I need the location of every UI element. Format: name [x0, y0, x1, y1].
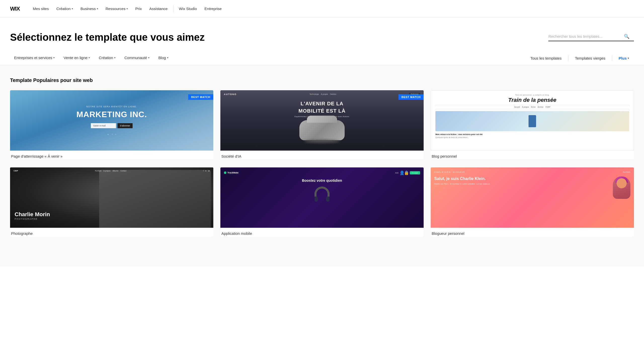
use-template-button[interactable]: Utiliser ce template	[525, 116, 564, 125]
search-input[interactable]	[548, 34, 624, 38]
section-title: Template Populaires pour site web	[10, 77, 634, 83]
template-thumbnail: CHARLIE KLEIN | BLOGUEUR ALIOME Salut, j…	[431, 167, 634, 228]
navbar: WIX Mes sites Création ▾ Business ▾ Ress…	[0, 0, 644, 18]
chevron-down-icon: ▾	[628, 57, 629, 60]
nav-separator	[173, 5, 173, 13]
nav-entreprise[interactable]: Entreprise	[202, 5, 225, 13]
preview-button[interactable]: Aperçu	[501, 116, 521, 125]
nav-ressources[interactable]: Ressources ▾	[103, 5, 131, 13]
use-template-button[interactable]: Utiliser ce template	[104, 116, 143, 125]
template-card[interactable]: Tout est personnel, y compris ce blog. T…	[431, 90, 634, 159]
thumb-content: Charlie Morin PHOTOGRAPHE	[15, 211, 50, 220]
chevron-down-icon: ▾	[167, 56, 168, 59]
preview-button[interactable]: Aperçu	[80, 116, 101, 125]
template-card[interactable]: Notre site sera bientôt en ligne. MARKET…	[10, 90, 213, 159]
template-thumbnail: AUTONO TechnologieÀ proposCarrière S'abo…	[220, 90, 424, 151]
filter-separator	[568, 55, 568, 61]
thumb-role: PHOTOGRAPHE	[15, 218, 50, 220]
best-match-badge: BEST MATCH	[188, 94, 213, 100]
filter-communaute[interactable]: Communauté ▾	[120, 51, 153, 65]
thumb-nav: CMP PortfolioÀ proposAlbumsContact fin@	[10, 170, 213, 172]
thumb-logo: CMP	[14, 170, 18, 172]
use-template-button[interactable]: Utiliser ce template	[314, 193, 353, 202]
preview-button[interactable]: Aperçu	[501, 193, 521, 202]
filter-tous-templates[interactable]: Tous les templates	[525, 52, 567, 65]
template-thumbnail: TrackMate Aide 👤 🔒 Essayer Boostez votre…	[220, 167, 424, 228]
navbar-main-links: Mes sites Création ▾ Business ▾ Ressourc…	[30, 5, 171, 13]
template-label: Société d'IA	[220, 154, 424, 159]
nav-prix[interactable]: Prix	[132, 5, 145, 13]
template-card[interactable]: AUTONO TechnologieÀ proposCarrière S'abo…	[220, 90, 424, 159]
wix-logo[interactable]: WIX	[10, 6, 20, 12]
template-card[interactable]: CHARLIE KLEIN | BLOGUEUR ALIOME Salut, j…	[431, 167, 634, 237]
chevron-down-icon: ▾	[114, 56, 115, 59]
preview-button[interactable]: Aperçu	[291, 116, 311, 125]
best-match-badge: BEST MATCH	[398, 94, 424, 100]
filter-plus[interactable]: Plus ▾	[614, 52, 634, 65]
nav-wix-studio[interactable]: Wix Studio	[176, 5, 200, 13]
filter-right-links: Tous les templates Templates vierges Plu…	[525, 52, 634, 65]
hero-section: Sélectionnez le template que vous aimez …	[0, 18, 644, 51]
template-thumbnail: Tout est personnel, y compris ce blog. T…	[431, 90, 634, 151]
filter-entreprises[interactable]: Entreprises et services ▾	[10, 51, 59, 65]
chevron-down-icon: ▾	[148, 56, 149, 59]
preview-button[interactable]: Aperçu	[291, 193, 311, 202]
nav-business[interactable]: Business ▾	[77, 5, 101, 13]
filter-templates-vierges[interactable]: Templates vierges	[570, 52, 610, 65]
filter-blog[interactable]: Blog ▾	[154, 51, 172, 65]
template-label: Application mobile	[220, 231, 424, 237]
filter-bar: Entreprises et services ▾ Vente en ligne…	[0, 51, 644, 65]
nav-assistance[interactable]: Assistance	[146, 5, 171, 13]
preview-button[interactable]: Aperçu	[80, 193, 101, 202]
template-label: Blogueur personnel	[431, 231, 634, 237]
use-template-button[interactable]: Utiliser ce template	[525, 193, 564, 202]
chevron-down-icon: ▾	[72, 7, 73, 10]
thumb-person	[99, 170, 211, 228]
template-card[interactable]: CMP PortfolioÀ proposAlbumsContact fin@ …	[10, 167, 213, 237]
thumb-name: Charlie Morin	[15, 211, 50, 218]
templates-grid: Notre site sera bientôt en ligne. MARKET…	[10, 90, 634, 237]
chevron-down-icon: ▾	[97, 7, 98, 10]
filter-vente[interactable]: Vente en ligne ▾	[60, 51, 94, 65]
thumb-nav-links: PortfolioÀ proposAlbumsContact	[95, 170, 126, 172]
filter-creation[interactable]: Création ▾	[95, 51, 119, 65]
filter-separator-2	[612, 55, 612, 61]
template-card[interactable]: TrackMate Aide 👤 🔒 Essayer Boostez votre…	[220, 167, 424, 237]
use-template-button[interactable]: Utiliser ce template	[314, 116, 353, 125]
template-label: Blog personnel	[431, 154, 634, 159]
chevron-down-icon: ▾	[53, 56, 55, 59]
thumb-nav-icons: fin@	[203, 170, 210, 172]
template-label: Page d'atterrissage « À venir »	[10, 154, 213, 159]
nav-creation[interactable]: Création ▾	[53, 5, 76, 13]
page-title: Sélectionnez le template que vous aimez	[10, 32, 205, 43]
chevron-down-icon: ▾	[127, 7, 128, 10]
navbar-secondary-links: Wix Studio Entreprise	[176, 5, 225, 13]
template-thumbnail: CMP PortfolioÀ proposAlbumsContact fin@ …	[10, 167, 213, 228]
main-content: Template Populaires pour site web Notre …	[0, 65, 644, 266]
template-thumbnail: Notre site sera bientôt en ligne. MARKET…	[10, 90, 213, 151]
template-label: Photographe	[10, 231, 213, 237]
chevron-down-icon: ▾	[89, 56, 90, 59]
nav-mes-sites[interactable]: Mes sites	[30, 5, 52, 13]
search-bar: 🔍	[548, 34, 634, 41]
search-icon[interactable]: 🔍	[624, 34, 629, 39]
filter-categories: Entreprises et services ▾ Vente en ligne…	[10, 51, 525, 65]
